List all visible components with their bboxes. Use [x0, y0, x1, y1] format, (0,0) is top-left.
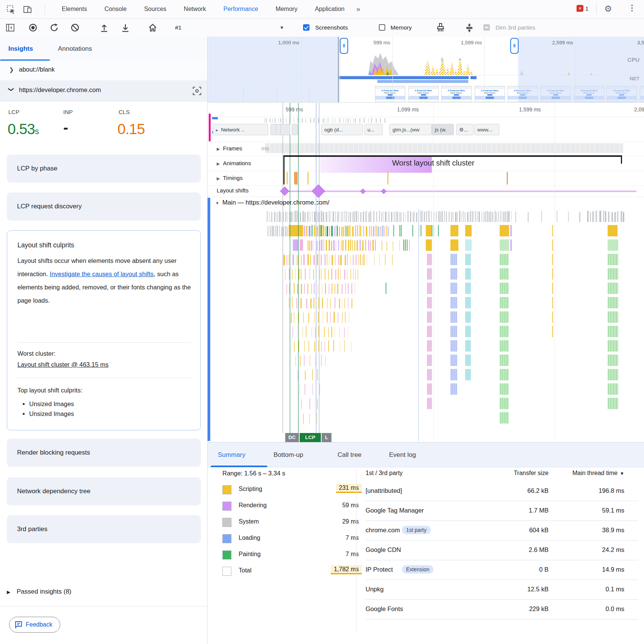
collapse-tracks-icon[interactable]: [464, 23, 474, 33]
track-frames[interactable]: ▶Frames ms: [208, 142, 644, 156]
tab-summary[interactable]: Summary: [218, 442, 245, 467]
chevron-down-icon[interactable]: ❯: [8, 87, 15, 92]
table-row-name[interactable]: [unattributed]: [366, 487, 402, 494]
triangle-right-icon[interactable]: ▶: [217, 161, 220, 166]
legend-swatch[interactable]: [222, 502, 231, 511]
layout-shift-diamond[interactable]: [381, 189, 386, 194]
cluster-bracket-right: [621, 155, 622, 164]
track-layout-shifts[interactable]: Layout shifts: [208, 186, 644, 197]
legend-swatch[interactable]: [222, 567, 231, 576]
settings-gear-icon[interactable]: ⚙: [604, 4, 614, 14]
insight-card-3rd-parties[interactable]: 3rd parties: [7, 515, 201, 543]
insight-card-network-dependency-tree[interactable]: Network dependency tree: [7, 477, 201, 505]
download-profile-icon[interactable]: [120, 23, 130, 33]
chevron-right-icon[interactable]: ❯: [9, 66, 14, 73]
dim-3rd-parties-checkbox[interactable]: [483, 24, 490, 31]
triangle-down-icon[interactable]: ▼: [215, 201, 219, 205]
layout-shift-diamond[interactable]: [280, 186, 289, 195]
legend-value: 1,782 ms: [331, 565, 362, 574]
lcp-marker[interactable]: LCP: [300, 433, 321, 442]
table-row-name[interactable]: chrome.com: [366, 527, 400, 534]
tab-bottom-up[interactable]: Bottom-up: [274, 442, 303, 467]
table-row-name[interactable]: Google Tag Manager: [366, 507, 424, 514]
network-request-chip[interactable]: [280, 124, 290, 135]
table-row-name[interactable]: IP Protect: [366, 566, 393, 573]
inspect-element-icon[interactable]: [6, 5, 16, 14]
clear-icon[interactable]: [70, 23, 80, 33]
network-request-chip[interactable]: gtm.js...(ww: [389, 124, 432, 135]
origin-row-about-blank[interactable]: ❯ about://blank: [0, 61, 207, 80]
table-row-name[interactable]: Unpkg: [366, 586, 384, 593]
divider: [356, 469, 356, 632]
tab-event-log[interactable]: Event log: [389, 442, 416, 467]
tab-elements[interactable]: Elements: [53, 0, 96, 18]
home-icon[interactable]: [148, 23, 158, 33]
column-header-main-thread-time[interactable]: Main thread time▼: [560, 470, 624, 477]
dcl-marker[interactable]: DC: [285, 433, 299, 442]
flame-chart-ruler[interactable]: 599 ms 1,099 ms 1,599 ms 2,099 ms: [208, 103, 644, 117]
triangle-right-icon[interactable]: ▶: [217, 176, 220, 181]
investigate-link[interactable]: Investigate the causes of layout shifts: [50, 270, 153, 277]
insight-card-lcp-by-phase[interactable]: LCP by phase: [7, 155, 201, 183]
tab-network[interactable]: Network: [175, 0, 215, 18]
memory-checkbox[interactable]: [379, 24, 385, 31]
tab-performance[interactable]: Performance: [215, 0, 267, 18]
column-header-transfer-size[interactable]: Transfer size: [496, 470, 549, 477]
chevron-down-icon[interactable]: ▼: [280, 19, 284, 37]
screenshots-checkbox[interactable]: [303, 24, 309, 31]
legend-swatch[interactable]: [222, 518, 231, 527]
passed-insights-toggle[interactable]: ▶ Passed insights (8): [7, 588, 196, 602]
network-request-chip[interactable]: ⚙...: [456, 124, 474, 135]
upload-profile-icon[interactable]: [99, 23, 109, 33]
kebab-menu-icon[interactable]: ⋮: [628, 3, 638, 13]
reload-record-icon[interactable]: [49, 23, 59, 33]
active-tab-underline: [211, 466, 267, 467]
track-network[interactable]: ▸Network .. ogb (d...u...gtm.js...(wwjs …: [208, 117, 644, 142]
network-request-chip[interactable]: [292, 124, 298, 135]
insight-card-lcp-request-discovery[interactable]: LCP request discovery: [7, 192, 201, 220]
history-select[interactable]: #1: [175, 19, 181, 37]
load-marker[interactable]: L: [322, 433, 331, 442]
tab-call-tree[interactable]: Call tree: [338, 442, 361, 467]
flame-chart[interactable]: [208, 209, 644, 441]
device-toolbar-icon[interactable]: [23, 5, 33, 14]
garbage-collect-icon[interactable]: [436, 23, 445, 33]
devtools-window: ElementsConsoleSourcesNetworkPerformance…: [0, 0, 644, 644]
tab-memory[interactable]: Memory: [267, 0, 306, 18]
network-request-chip[interactable]: u...: [364, 124, 383, 135]
tab-application[interactable]: Application: [306, 0, 353, 18]
feedback-button[interactable]: Feedback: [9, 617, 60, 633]
insight-card-render-blocking[interactable]: Render blocking requests: [7, 439, 201, 467]
dock-panel-icon[interactable]: [5, 23, 15, 33]
insight-card-layout-shift-culprits[interactable]: Layout shift culprits Layout shifts occu…: [7, 230, 201, 430]
track-main-thread-header[interactable]: ▼Main — https://developer.chrome.com/: [208, 197, 644, 209]
legend-swatch[interactable]: [222, 534, 231, 543]
worst-cluster-link[interactable]: Layout shift cluster @ 463.15 ms: [17, 361, 109, 368]
timeline-overview[interactable]: A Powerful Web.Made Easier.A Powerful We…: [208, 37, 644, 103]
network-tick: [327, 118, 327, 123]
network-request-chip[interactable]: www...: [474, 124, 499, 135]
network-request-chip[interactable]: ogb (d...: [321, 124, 363, 135]
tab-insights[interactable]: Insights: [8, 37, 33, 61]
layout-shift-diamond[interactable]: [360, 189, 366, 194]
origin-row-developer-chrome[interactable]: ❯ https://developer.chrome.com: [0, 81, 207, 102]
track-timings[interactable]: ▶Timings: [208, 171, 644, 186]
column-header-party[interactable]: 1st / 3rd party: [366, 470, 403, 477]
tab-sources[interactable]: Sources: [135, 0, 175, 18]
network-track-label[interactable]: ▸Network ..: [213, 124, 268, 135]
tab-console[interactable]: Console: [96, 0, 136, 18]
triangle-right-icon[interactable]: ▶: [217, 147, 220, 151]
ruler-label: 2,099 ms: [634, 106, 644, 113]
table-row-name[interactable]: Google Fonts: [366, 605, 403, 613]
field-capture-icon[interactable]: [192, 86, 202, 98]
more-tabs-icon[interactable]: »: [353, 0, 363, 18]
network-request-chip[interactable]: js (w.: [432, 124, 454, 135]
legend-swatch[interactable]: [222, 550, 231, 560]
legend-value: 231 ms: [336, 484, 362, 493]
legend-swatch[interactable]: [222, 485, 231, 494]
tab-annotations[interactable]: Annotations: [58, 37, 92, 61]
record-icon[interactable]: [28, 23, 38, 33]
error-badge[interactable]: ✕ 1: [577, 5, 588, 12]
table-row-name[interactable]: Google CDN: [366, 546, 401, 553]
layout-shift-diamond[interactable]: [312, 184, 325, 198]
